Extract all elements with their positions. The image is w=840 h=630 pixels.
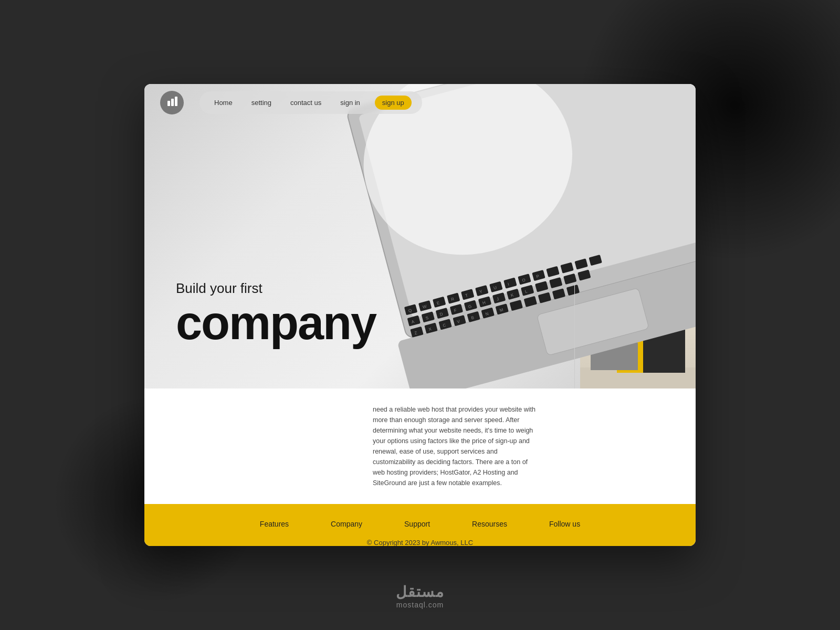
hero-subtitle: Build your first <box>176 280 376 297</box>
nav-links: Home setting contact us sign in sign up <box>200 91 422 114</box>
footer-copyright: © Copyright 2023 by Awmous, LLC <box>176 539 664 546</box>
logo-icon <box>166 96 178 110</box>
footer-support[interactable]: Support <box>404 520 430 528</box>
footer-features[interactable]: Features <box>260 520 289 528</box>
footer-resources[interactable]: Resourses <box>472 520 507 528</box>
footer-nav: Features Company Support Resourses Follo… <box>176 520 664 528</box>
watermark-url: mostaql.com <box>396 601 445 609</box>
nav-signin[interactable]: sign in <box>336 97 364 109</box>
content-body: need a reliable web host that provides y… <box>373 404 541 488</box>
hero-text: Build your first company <box>176 280 376 346</box>
watermark: مستقل mostaql.com <box>396 583 445 609</box>
footer-follow-us[interactable]: Follow us <box>549 520 580 528</box>
footer: Features Company Support Resourses Follo… <box>144 504 696 546</box>
content-section: need a reliable web host that provides y… <box>144 388 696 504</box>
hero-section: QWE RTY UIO P ASD FGH JKL ZXC VBN M <box>144 84 696 388</box>
logo[interactable] <box>160 91 184 114</box>
divider-line <box>574 284 575 388</box>
nav-contact[interactable]: contact us <box>286 97 326 109</box>
browser-window: QWE RTY UIO P ASD FGH JKL ZXC VBN M <box>144 84 696 546</box>
watermark-logo: مستقل <box>396 583 445 601</box>
navbar: Home setting contact us sign in sign up <box>144 84 696 121</box>
hero-title: company <box>176 299 376 346</box>
svg-rect-71 <box>171 99 174 106</box>
svg-rect-72 <box>175 97 177 106</box>
svg-rect-70 <box>167 101 170 106</box>
nav-setting[interactable]: setting <box>247 97 276 109</box>
footer-company[interactable]: Company <box>331 520 362 528</box>
nav-signup-button[interactable]: sign up <box>375 96 412 110</box>
nav-home[interactable]: Home <box>210 97 237 109</box>
